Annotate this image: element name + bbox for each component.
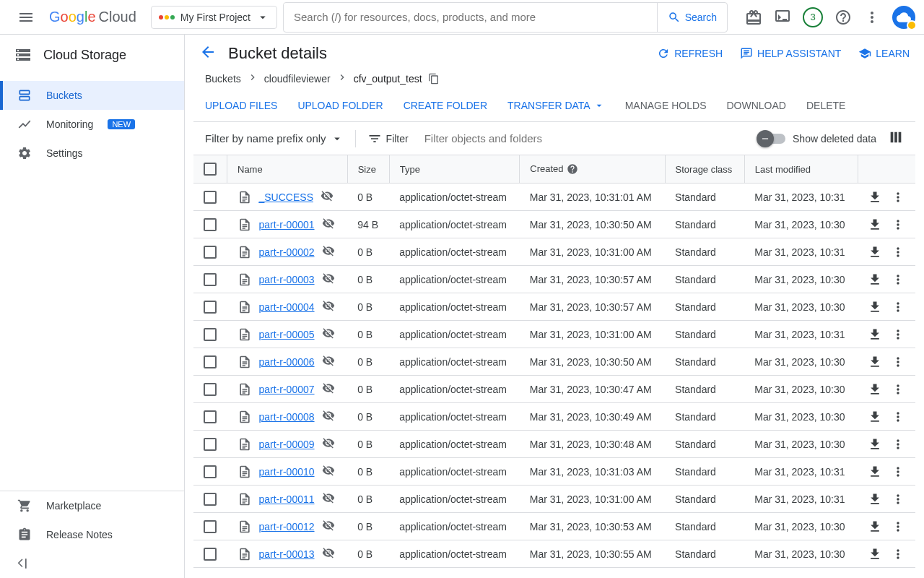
row-checkbox[interactable] bbox=[204, 493, 217, 506]
delete-button[interactable]: DELETE bbox=[806, 100, 845, 111]
refresh-button[interactable]: REFRESH bbox=[657, 47, 723, 60]
object-link[interactable]: part-r-00003 bbox=[259, 274, 315, 285]
row-checkbox[interactable] bbox=[204, 410, 217, 423]
filter-icon[interactable]: Filter bbox=[367, 131, 409, 146]
row-menu-icon[interactable] bbox=[891, 437, 905, 452]
object-link[interactable]: part-r-00013 bbox=[259, 548, 315, 560]
col-name[interactable]: Name bbox=[227, 155, 348, 184]
help-assistant-button[interactable]: HELP ASSISTANT bbox=[740, 47, 841, 60]
row-menu-icon[interactable] bbox=[891, 272, 905, 287]
select-all-checkbox[interactable] bbox=[204, 163, 217, 176]
visibility-off-icon[interactable] bbox=[322, 244, 335, 259]
row-checkbox[interactable] bbox=[204, 355, 217, 368]
download-icon[interactable] bbox=[868, 327, 882, 342]
filter-input[interactable] bbox=[420, 128, 748, 149]
row-checkbox[interactable] bbox=[204, 465, 217, 478]
account-avatar[interactable] bbox=[892, 6, 915, 29]
row-menu-icon[interactable] bbox=[891, 355, 905, 369]
main-menu-button[interactable] bbox=[9, 9, 43, 26]
copy-path-icon[interactable] bbox=[428, 73, 440, 85]
visibility-off-icon[interactable] bbox=[322, 546, 335, 561]
row-menu-icon[interactable] bbox=[891, 190, 905, 204]
upload-files-button[interactable]: UPLOAD FILES bbox=[205, 100, 277, 111]
visibility-off-icon[interactable] bbox=[322, 436, 335, 452]
visibility-off-icon[interactable] bbox=[322, 519, 335, 534]
download-icon[interactable] bbox=[868, 547, 882, 561]
row-checkbox[interactable] bbox=[204, 328, 217, 341]
object-link[interactable]: part-r-00006 bbox=[259, 356, 315, 368]
search-input[interactable] bbox=[284, 4, 657, 30]
row-checkbox[interactable] bbox=[204, 520, 217, 533]
gift-icon[interactable] bbox=[745, 9, 762, 26]
project-picker[interactable]: My First Project bbox=[151, 6, 277, 29]
download-icon[interactable] bbox=[868, 410, 882, 424]
col-last-modified[interactable]: Last modified bbox=[744, 155, 858, 184]
row-menu-icon[interactable] bbox=[891, 245, 905, 259]
download-icon[interactable] bbox=[868, 382, 882, 397]
sidebar-item-settings[interactable]: Settings bbox=[0, 139, 184, 168]
download-icon[interactable] bbox=[868, 492, 882, 506]
search-button[interactable]: Search bbox=[657, 3, 727, 32]
visibility-off-icon[interactable] bbox=[322, 491, 335, 506]
row-menu-icon[interactable] bbox=[891, 327, 905, 342]
col-size[interactable]: Size bbox=[347, 155, 389, 184]
created-help-icon[interactable] bbox=[567, 163, 578, 175]
row-menu-icon[interactable] bbox=[891, 382, 905, 397]
row-menu-icon[interactable] bbox=[891, 217, 905, 232]
download-icon[interactable] bbox=[868, 355, 882, 369]
col-created[interactable]: Created bbox=[520, 155, 665, 184]
download-icon[interactable] bbox=[868, 300, 882, 314]
row-checkbox[interactable] bbox=[204, 438, 217, 451]
visibility-off-icon[interactable] bbox=[322, 464, 335, 479]
cloud-shell-icon[interactable] bbox=[774, 9, 791, 26]
row-checkbox[interactable] bbox=[204, 273, 217, 286]
object-link[interactable]: part-r-00010 bbox=[259, 466, 315, 478]
object-link[interactable]: part-r-00011 bbox=[259, 493, 315, 505]
breadcrumb-bucket[interactable]: cloudfileviewer bbox=[264, 73, 331, 85]
breadcrumb-root[interactable]: Buckets bbox=[205, 73, 241, 85]
sidebar-footer-marketplace[interactable]: Marketplace bbox=[0, 491, 184, 520]
row-menu-icon[interactable] bbox=[891, 300, 905, 314]
manage-holds-button[interactable]: MANAGE HOLDS bbox=[625, 100, 707, 111]
sidebar-item-monitoring[interactable]: MonitoringNEW bbox=[0, 110, 184, 139]
notifications-badge[interactable]: 3 bbox=[803, 7, 823, 27]
download-icon[interactable] bbox=[868, 190, 882, 204]
object-link[interactable]: part-r-00007 bbox=[259, 384, 315, 395]
row-menu-icon[interactable] bbox=[891, 492, 905, 506]
download-icon[interactable] bbox=[868, 217, 882, 232]
sidebar-collapse-button[interactable] bbox=[0, 549, 184, 578]
back-button[interactable] bbox=[199, 43, 217, 63]
column-display-button[interactable] bbox=[888, 129, 904, 147]
visibility-off-icon[interactable] bbox=[322, 272, 335, 287]
object-link[interactable]: part-r-00012 bbox=[259, 521, 315, 532]
download-icon[interactable] bbox=[868, 519, 882, 534]
download-icon[interactable] bbox=[868, 272, 882, 287]
overflow-menu-icon[interactable] bbox=[863, 9, 881, 26]
object-link[interactable]: part-r-00001 bbox=[259, 219, 315, 230]
visibility-off-icon[interactable] bbox=[322, 409, 335, 424]
visibility-off-icon[interactable] bbox=[321, 189, 334, 204]
visibility-off-icon[interactable] bbox=[322, 217, 335, 232]
show-deleted-toggle[interactable] bbox=[759, 134, 785, 144]
create-folder-button[interactable]: CREATE FOLDER bbox=[404, 100, 487, 111]
row-menu-icon[interactable] bbox=[891, 465, 905, 479]
row-checkbox[interactable] bbox=[204, 383, 217, 396]
row-checkbox[interactable] bbox=[204, 246, 217, 259]
visibility-off-icon[interactable] bbox=[322, 299, 335, 314]
object-link[interactable]: part-r-00004 bbox=[259, 301, 315, 313]
row-checkbox[interactable] bbox=[204, 218, 217, 231]
row-checkbox[interactable] bbox=[204, 548, 217, 561]
sidebar-item-buckets[interactable]: Buckets bbox=[0, 81, 184, 110]
sidebar-footer-release-notes[interactable]: Release Notes bbox=[0, 520, 184, 549]
download-icon[interactable] bbox=[868, 245, 882, 259]
visibility-off-icon[interactable] bbox=[322, 381, 335, 397]
help-icon[interactable] bbox=[834, 9, 852, 26]
visibility-off-icon[interactable] bbox=[322, 354, 335, 369]
row-menu-icon[interactable] bbox=[891, 547, 905, 561]
download-button[interactable]: DOWNLOAD bbox=[726, 100, 785, 111]
row-menu-icon[interactable] bbox=[891, 410, 905, 424]
row-menu-icon[interactable] bbox=[891, 519, 905, 534]
visibility-off-icon[interactable] bbox=[322, 327, 335, 342]
transfer-data-button[interactable]: TRANSFER DATA bbox=[507, 100, 605, 111]
col-storage-class[interactable]: Storage class bbox=[665, 155, 744, 184]
